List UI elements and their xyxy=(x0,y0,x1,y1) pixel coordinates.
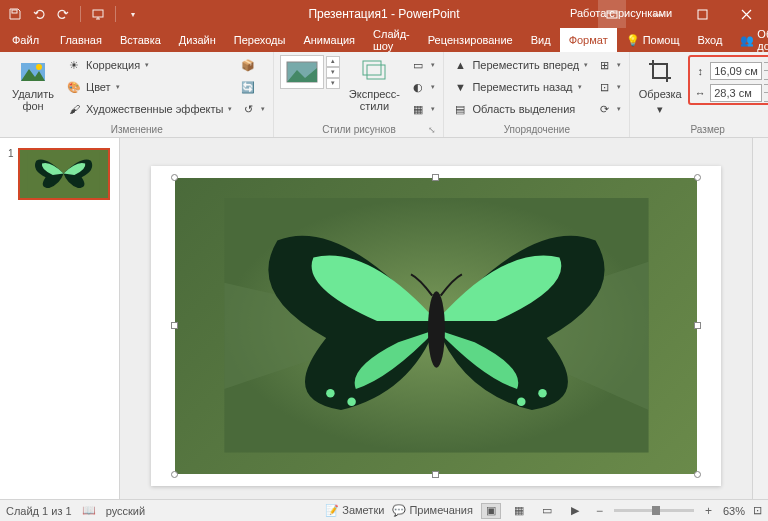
slideshow-start-icon[interactable] xyxy=(91,7,105,21)
corrections-icon: ☀ xyxy=(66,57,82,73)
bring-forward-icon: ▲ xyxy=(452,57,468,73)
height-down-button[interactable]: ▾ xyxy=(764,71,768,79)
svg-rect-1 xyxy=(93,10,103,17)
qat-customize-icon[interactable]: ▾ xyxy=(126,7,140,21)
save-icon[interactable] xyxy=(8,7,22,21)
language-indicator[interactable]: русский xyxy=(106,505,145,517)
svg-point-15 xyxy=(347,398,355,406)
artistic-effects-button[interactable]: 🖌Художественные эффекты▾ xyxy=(64,99,234,119)
thumbnail-image xyxy=(20,150,108,198)
svg-rect-10 xyxy=(367,65,385,79)
gallery-down-button[interactable]: ▾ xyxy=(326,67,340,78)
reset-icon: ↺ xyxy=(240,101,256,117)
height-up-button[interactable]: ▴ xyxy=(764,63,768,71)
ribbon-tabs: Файл Главная Вставка Дизайн Переходы Ани… xyxy=(0,28,768,52)
compress-pictures-button[interactable]: 📦 xyxy=(238,55,267,75)
styles-gallery[interactable]: ▴ ▾ ▾ xyxy=(280,55,340,89)
styles-launcher-icon[interactable]: ⤡ xyxy=(427,125,437,135)
resize-handle-b[interactable] xyxy=(432,471,439,478)
width-down-button[interactable]: ▾ xyxy=(764,93,768,101)
gallery-more-button[interactable]: ▾ xyxy=(326,78,340,89)
resize-handle-t[interactable] xyxy=(432,174,439,181)
vertical-scrollbar[interactable] xyxy=(752,138,768,499)
tab-file[interactable]: Файл xyxy=(0,28,51,52)
compress-icon: 📦 xyxy=(240,57,256,73)
tab-design[interactable]: Дизайн xyxy=(170,28,225,52)
crop-button[interactable]: Обрезка▾ xyxy=(636,55,684,115)
bring-forward-button[interactable]: ▲Переместить вперед▾ xyxy=(450,55,590,75)
slide-thumbnail-1[interactable] xyxy=(18,148,110,200)
tab-animations[interactable]: Анимация xyxy=(294,28,364,52)
tab-insert[interactable]: Вставка xyxy=(111,28,170,52)
resize-handle-tl[interactable] xyxy=(171,174,178,181)
change-picture-button[interactable]: 🔄 xyxy=(238,77,267,97)
selection-pane-icon: ▤ xyxy=(452,101,468,117)
contextual-tab-label: Работа с рисунками xyxy=(570,7,672,19)
corrections-button[interactable]: ☀Коррекция▾ xyxy=(64,55,234,75)
resize-handle-r[interactable] xyxy=(694,322,701,329)
undo-icon[interactable] xyxy=(32,7,46,21)
style-preset-1[interactable] xyxy=(280,55,324,89)
butterfly-image xyxy=(175,178,697,474)
comments-button[interactable]: 💬 Примечания xyxy=(392,504,473,517)
height-icon: ↕ xyxy=(692,63,708,79)
width-up-button[interactable]: ▴ xyxy=(764,85,768,93)
send-backward-button[interactable]: ▼Переместить назад▾ xyxy=(450,77,590,97)
close-button[interactable] xyxy=(724,0,768,28)
zoom-in-button[interactable]: + xyxy=(702,504,715,518)
selection-pane-button[interactable]: ▤Область выделения xyxy=(450,99,590,119)
tab-transitions[interactable]: Переходы xyxy=(225,28,295,52)
slideshow-view-button[interactable]: ▶ xyxy=(565,503,585,519)
size-highlight: ↕ 16,09 см ▴▾ ↔ 28,3 см ▴▾ xyxy=(688,55,768,105)
rotate-button[interactable]: ⟳▾ xyxy=(594,99,623,119)
notes-button[interactable]: 📝 Заметки xyxy=(325,504,384,517)
remove-background-button[interactable]: Удалить фон xyxy=(6,55,60,112)
picture-layout-button[interactable]: ▦▾ xyxy=(408,99,437,119)
svg-point-6 xyxy=(36,64,42,70)
tab-view[interactable]: Вид xyxy=(522,28,560,52)
svg-rect-3 xyxy=(698,10,707,19)
tab-format[interactable]: Формат xyxy=(560,28,617,52)
height-input[interactable]: 16,09 см xyxy=(710,62,762,80)
align-button[interactable]: ⊞▾ xyxy=(594,55,623,75)
normal-view-button[interactable]: ▣ xyxy=(481,503,501,519)
express-styles-button[interactable]: Экспресс-стили xyxy=(344,55,404,112)
tab-share[interactable]: 👥Общий доступ xyxy=(731,28,768,52)
resize-handle-br[interactable] xyxy=(694,471,701,478)
resize-handle-bl[interactable] xyxy=(171,471,178,478)
tab-slideshow[interactable]: Слайд-шоу xyxy=(364,28,419,52)
border-icon: ▭ xyxy=(410,57,426,73)
tab-login[interactable]: Вход xyxy=(688,28,731,52)
zoom-out-button[interactable]: − xyxy=(593,504,606,518)
share-icon: 👥 xyxy=(740,34,754,47)
title-bar: ▾ Презентация1 - PowerPoint Работа с рис… xyxy=(0,0,768,28)
resize-handle-l[interactable] xyxy=(171,322,178,329)
picture-effects-button[interactable]: ◐▾ xyxy=(408,77,437,97)
reset-picture-button[interactable]: ↺▾ xyxy=(238,99,267,119)
zoom-level[interactable]: 63% xyxy=(723,505,745,517)
maximize-button[interactable] xyxy=(680,0,724,28)
tab-review[interactable]: Рецензирование xyxy=(419,28,522,52)
group-size-label: Размер⤡ xyxy=(636,124,768,137)
tab-home[interactable]: Главная xyxy=(51,28,111,52)
selected-image[interactable] xyxy=(175,178,697,474)
slide-canvas[interactable]: ⟳ xyxy=(120,138,752,499)
gallery-up-button[interactable]: ▴ xyxy=(326,56,340,67)
lightbulb-icon: 💡 xyxy=(626,34,640,47)
redo-icon[interactable] xyxy=(56,7,70,21)
spellcheck-icon[interactable]: 📖 xyxy=(82,504,96,517)
workspace: 1 ⟳ xyxy=(0,138,768,499)
reading-view-button[interactable]: ▭ xyxy=(537,503,557,519)
slide-thumbnails-panel: 1 xyxy=(0,138,120,499)
tab-help[interactable]: 💡Помощ xyxy=(617,28,689,52)
resize-handle-tr[interactable] xyxy=(694,174,701,181)
group-icon: ⊡ xyxy=(596,79,612,95)
picture-border-button[interactable]: ▭▾ xyxy=(408,55,437,75)
zoom-slider[interactable] xyxy=(614,509,694,512)
width-input[interactable]: 28,3 см xyxy=(710,84,762,102)
group-button[interactable]: ⊡▾ xyxy=(594,77,623,97)
color-button[interactable]: 🎨Цвет▾ xyxy=(64,77,234,97)
slide xyxy=(151,166,721,486)
fit-to-window-button[interactable]: ⊡ xyxy=(753,504,762,517)
sorter-view-button[interactable]: ▦ xyxy=(509,503,529,519)
